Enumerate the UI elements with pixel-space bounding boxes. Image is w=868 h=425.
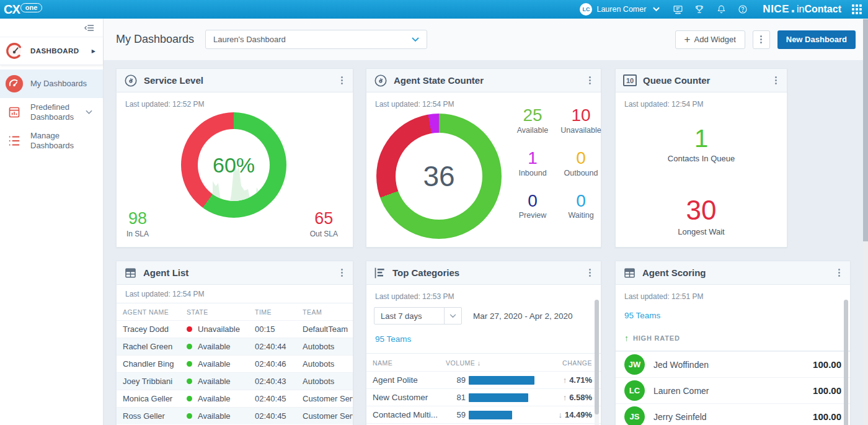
- chevron-down-icon: [412, 37, 419, 42]
- teams-link[interactable]: 95 Teams: [624, 311, 660, 320]
- col-team[interactable]: TEAM: [303, 308, 353, 316]
- widget-queue-counter: 10 Queue Counter Last updated: 12:54 PM …: [615, 68, 787, 248]
- agent-list-header-row: AGENT NAME STATE TIME TEAM: [117, 303, 353, 320]
- page-title: My Dashboards: [116, 33, 194, 46]
- help-icon[interactable]: [737, 4, 748, 15]
- volume-bar: [469, 411, 512, 419]
- top-categories-header-row: NAME VOLUME ↓ CHANGE: [366, 355, 601, 371]
- widget-kebab-menu[interactable]: [587, 74, 593, 87]
- brand-contact: Contact: [804, 4, 841, 15]
- sidebar-item-label: DASHBOARD: [30, 47, 85, 55]
- widget-scrollbar[interactable]: [595, 300, 599, 425]
- change-up-icon: ↑: [563, 375, 567, 385]
- caret-right-icon: ▶: [92, 48, 95, 54]
- new-dashboard-button[interactable]: New Dashboard: [777, 30, 856, 49]
- scrollbar-thumb[interactable]: [844, 300, 848, 425]
- sidebar-item-my-dashboards[interactable]: My Dashboards: [0, 69, 103, 98]
- sidebar-item-label: Predefined Dashboards: [30, 102, 79, 123]
- col-state[interactable]: STATE: [187, 308, 255, 316]
- widget-title: Service Level: [144, 75, 332, 86]
- contacts-in-queue-label: Contacts In Queue: [616, 154, 787, 163]
- sidebar-item-manage-dashboards[interactable]: Manage Dashboards: [0, 127, 103, 155]
- table-icon: [124, 267, 137, 279]
- user-avatar[interactable]: LC: [580, 3, 592, 16]
- table-row: Ross Geller Available 02:40:45 Customer …: [117, 407, 353, 424]
- widget-title: Agent Scoring: [642, 267, 830, 278]
- gauge-circle-icon: [374, 74, 388, 87]
- last-updated: Last updated: 12:52 PM: [117, 92, 353, 109]
- widget-kebab-menu[interactable]: [836, 266, 843, 279]
- cxone-logo: CX one: [4, 2, 42, 17]
- scrollbar-thumb[interactable]: [863, 19, 868, 241]
- state-dot: [187, 413, 192, 419]
- date-range-select[interactable]: Last 7 days: [374, 307, 462, 324]
- widget-agent-list: Agent List Last updated: 12:54 PM AGENT …: [116, 261, 353, 425]
- last-updated: Last updated: 12:54 PM: [117, 285, 353, 303]
- last-updated: Last updated: 12:51 PM: [616, 285, 850, 301]
- widget-top-categories: Top Categories Last updated: 12:53 PM La…: [366, 261, 601, 425]
- state-dot: [187, 396, 192, 401]
- widget-kebab-menu[interactable]: [773, 74, 779, 87]
- widget-title: Top Categories: [392, 267, 580, 278]
- list-item: JW Jed Woffinden 100.00: [616, 351, 850, 377]
- state-dot: [187, 344, 192, 349]
- sidebar-collapse-icon[interactable]: [84, 24, 94, 32]
- brand-in: in: [797, 4, 804, 15]
- list-item: LC Lauren Comer 100.00: [616, 377, 850, 403]
- col-agent-name[interactable]: AGENT NAME: [117, 308, 187, 316]
- in-sla-value: 98: [126, 209, 149, 228]
- topbar: CX one LC Lauren Comer: [0, 0, 868, 19]
- widget-kebab-menu[interactable]: [587, 266, 593, 279]
- table-icon: [623, 267, 636, 279]
- chevron-down-icon: [86, 110, 92, 115]
- nice-incontact-logo: NICE in Contact: [763, 3, 841, 16]
- page-scrollbar[interactable]: [863, 19, 868, 425]
- out-sla-label: Out SLA: [310, 230, 338, 238]
- widget-kebab-menu[interactable]: [339, 74, 345, 87]
- user-menu[interactable]: LC Lauren Comer: [580, 3, 662, 16]
- widget-service-level: Service Level Last updated: 12:52 PM 60%…: [116, 68, 353, 248]
- sort-desc-icon: ↓: [477, 359, 481, 367]
- trophy-icon[interactable]: [694, 4, 705, 15]
- col-volume[interactable]: VOLUME ↓: [446, 359, 562, 367]
- col-time[interactable]: TIME: [255, 308, 303, 316]
- add-widget-button[interactable]: + Add Widget: [675, 30, 745, 49]
- stat-unavailable: 10 Unavailable: [559, 106, 603, 135]
- longest-wait-stat: 30 Longest Wait: [616, 195, 787, 236]
- scrollbar-thumb[interactable]: [595, 300, 599, 414]
- table-row: Contacted Multi... 59 ↓14.49%: [366, 406, 601, 423]
- table-row: Rachel Green Available 02:40:44 Autobots: [117, 338, 353, 355]
- widget-scrollbar[interactable]: [844, 300, 848, 425]
- apps-grid-icon[interactable]: [852, 4, 862, 14]
- table-row: Joey Tribbiani Available 02:40:43 Autobo…: [117, 372, 353, 390]
- arrow-up-icon: ↑: [624, 333, 629, 343]
- chevron-down-icon[interactable]: [650, 4, 662, 15]
- sidebar-item-dashboard[interactable]: DASHBOARD ▶: [0, 37, 103, 65]
- table-row: Agent Polite 89 ↑4.71%: [366, 371, 601, 388]
- dashboard-gauge-icon: [5, 42, 24, 60]
- widget-agent-scoring: Agent Scoring Last updated: 12:51 PM 95 …: [615, 261, 851, 425]
- widget-title: Queue Counter: [643, 75, 766, 86]
- widget-kebab-menu[interactable]: [339, 266, 345, 279]
- change-up-icon: ↑: [563, 393, 567, 402]
- list-item: JS Jerry Seinfeld 100.00: [616, 403, 850, 425]
- volume-bar: [469, 376, 534, 385]
- table-row: Monica Geller Available 02:40:45 Custome…: [117, 390, 353, 407]
- change-down-icon: ↓: [558, 410, 562, 419]
- user-name[interactable]: Lauren Comer: [596, 5, 646, 14]
- teams-link[interactable]: 95 Teams: [375, 334, 411, 344]
- avatar: JS: [624, 406, 645, 425]
- cxone-logo-cx: CX: [4, 2, 20, 17]
- sidebar-item-label: Manage Dashboards: [30, 131, 98, 151]
- stat-preview: 0 Preview: [510, 192, 555, 220]
- in-sla-label: In SLA: [126, 230, 149, 238]
- last-updated: Last updated: 12:53 PM: [366, 285, 601, 301]
- my-dashboards-icon: [5, 74, 24, 93]
- counter-10-icon: 10: [623, 74, 637, 86]
- dashboard-select[interactable]: Lauren's Dashboard: [205, 30, 427, 49]
- bell-icon[interactable]: [715, 4, 727, 15]
- col-name[interactable]: NAME: [366, 359, 446, 367]
- presentation-icon[interactable]: [672, 4, 683, 15]
- sidebar-item-predefined-dashboards[interactable]: Predefined Dashboards: [0, 98, 103, 127]
- header-kebab-menu[interactable]: [753, 30, 770, 49]
